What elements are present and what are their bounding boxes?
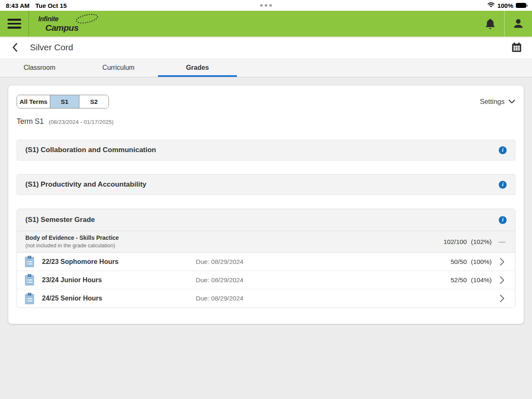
assignment-due-date: Due: 08/29/2024	[196, 295, 244, 302]
term-button-s2[interactable]: S2	[79, 95, 108, 108]
section-collaboration-communication[interactable]: (S1) Collaboration and Communication i	[17, 140, 515, 160]
calendar-icon	[511, 42, 522, 53]
logo-text-infinite: Infinite	[38, 16, 79, 22]
assignment-due-date: Due: 08/29/2024	[196, 258, 244, 266]
battery-percent: 100%	[498, 2, 513, 9]
info-icon[interactable]: i	[499, 181, 507, 189]
category-name: Body of Evidence - Skills Practice	[25, 234, 119, 242]
assignment-row-sophomore-hours[interactable]: 22/23 Sophomore Hours Due: 08/29/2024 50…	[17, 253, 515, 271]
calendar-button[interactable]	[510, 40, 524, 54]
notifications-button[interactable]	[477, 11, 504, 37]
tab-classroom[interactable]: Classroom	[0, 58, 79, 77]
term-button-all-terms[interactable]: All Terms	[17, 95, 50, 108]
page-title: Silver Cord	[30, 42, 73, 52]
assignment-due-date: Due: 08/29/2024	[196, 276, 244, 284]
logo-swirl-icon	[73, 13, 101, 26]
section-semester-grade[interactable]: (S1) Semester Grade i	[17, 209, 515, 231]
assignment-clipboard-icon	[25, 293, 34, 305]
term-button-s1[interactable]: S1	[50, 95, 79, 108]
section-productivity-accountability[interactable]: (S1) Productivity and Accountability i	[17, 174, 515, 195]
term-name: Term S1	[17, 117, 44, 126]
term-segmented-control: All Terms S1 S2	[17, 95, 109, 108]
semester-grade-group: (S1) Semester Grade i Body of Evidence -…	[17, 209, 515, 308]
assignment-title: 23/24 Junior Hours	[42, 276, 196, 284]
back-button[interactable]	[8, 40, 22, 54]
settings-label: Settings	[480, 98, 505, 106]
collapse-dash-icon[interactable]: —	[498, 238, 507, 246]
tab-curriculum[interactable]: Curriculum	[79, 58, 158, 77]
app-header: Infinite Campus	[0, 11, 532, 37]
chevron-right-icon	[500, 294, 505, 303]
wifi-icon	[487, 2, 495, 9]
multitasking-dots-icon	[260, 4, 272, 7]
assignment-score: 52/50	[451, 276, 467, 284]
assignment-score: 50/50	[451, 258, 467, 266]
infinite-campus-logo: Infinite Campus	[38, 16, 79, 32]
settings-dropdown[interactable]: Settings	[480, 98, 515, 106]
info-icon[interactable]: i	[499, 216, 507, 224]
assignment-row-junior-hours[interactable]: 23/24 Junior Hours Due: 08/29/2024 52/50…	[17, 271, 515, 289]
category-note: (not included in the grade calculation)	[25, 242, 119, 249]
status-bar: 8:43 AM Tue Oct 15 100%	[0, 0, 532, 11]
assignment-clipboard-icon	[25, 256, 34, 268]
assignment-title: 24/25 Senior Hours	[42, 295, 196, 302]
person-icon	[512, 18, 524, 30]
category-score: 102/100	[443, 238, 467, 246]
assignment-percent: (104%)	[471, 276, 492, 284]
hamburger-menu-icon[interactable]	[0, 11, 28, 37]
tab-bar: Classroom Curriculum Grades	[0, 58, 532, 77]
info-icon[interactable]: i	[499, 146, 507, 154]
chevron-down-icon	[508, 99, 515, 104]
term-date-range: (08/23/2024 - 01/17/2025)	[49, 119, 113, 125]
section-title: (S1) Collaboration and Communication	[25, 146, 156, 154]
header-divider	[28, 11, 29, 37]
user-profile-button[interactable]	[505, 11, 532, 37]
tab-grades[interactable]: Grades	[158, 58, 237, 77]
assignment-title: 22/23 Sophomore Hours	[42, 258, 196, 266]
term-info: Term S1 (08/23/2024 - 01/17/2025)	[17, 117, 515, 126]
battery-icon	[516, 3, 526, 8]
section-title: (S1) Semester Grade	[25, 216, 95, 224]
title-bar: Silver Cord	[0, 37, 532, 58]
status-date: Tue Oct 15	[35, 2, 67, 9]
bell-icon	[485, 18, 496, 30]
category-percent: (102%)	[471, 238, 492, 246]
assignment-percent: (100%)	[471, 258, 492, 266]
section-title: (S1) Productivity and Accountability	[25, 180, 146, 189]
assignment-clipboard-icon	[25, 274, 34, 286]
grades-toolbar: All Terms S1 S2 Settings	[17, 95, 515, 108]
category-row-body-of-evidence[interactable]: Body of Evidence - Skills Practice (not …	[17, 231, 515, 253]
chevron-left-icon	[10, 42, 21, 53]
chevron-right-icon	[500, 258, 505, 266]
assignment-row-senior-hours[interactable]: 24/25 Senior Hours Due: 08/29/2024	[17, 289, 515, 308]
grades-card: All Terms S1 S2 Settings Term S1 (08/23/…	[8, 86, 524, 324]
chevron-right-icon	[500, 276, 505, 284]
status-time: 8:43 AM	[6, 2, 30, 9]
